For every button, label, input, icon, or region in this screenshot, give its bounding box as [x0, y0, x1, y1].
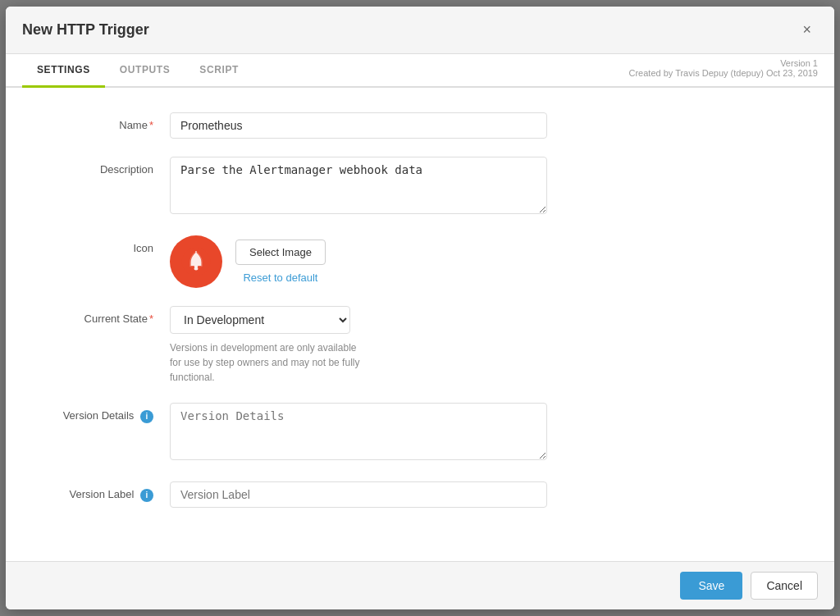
tab-outputs[interactable]: OUTPUTS	[105, 54, 185, 88]
svg-point-2	[194, 267, 198, 271]
name-input[interactable]	[170, 112, 547, 139]
icon-row: Icon	[39, 235, 801, 288]
name-row: Name*	[39, 112, 801, 139]
version-details-field	[170, 403, 547, 463]
description-label: Description	[39, 157, 170, 176]
cancel-button[interactable]: Cancel	[751, 572, 818, 600]
tab-script[interactable]: SCRIPT	[185, 54, 253, 88]
modal: New HTTP Trigger × SETTINGS OUTPUTS SCRI…	[6, 7, 834, 609]
current-state-field: In Development Active Inactive Deprecate…	[170, 306, 547, 385]
tabs-left: SETTINGS OUTPUTS SCRIPT	[22, 54, 253, 86]
select-image-button[interactable]: Select Image	[235, 240, 326, 265]
icon-section: Select Image Reset to default	[170, 235, 547, 288]
form-content: Name* Description Parse the Alertmanager…	[6, 88, 834, 561]
description-input[interactable]: Parse the Alertmanager webhook data	[170, 157, 547, 214]
version-details-label: Version Details i	[39, 403, 170, 423]
version-details-row: Version Details i	[39, 403, 801, 463]
version-label-input[interactable]	[170, 481, 547, 508]
modal-body: SETTINGS OUTPUTS SCRIPT Version 1 Create…	[6, 54, 834, 561]
save-button[interactable]: Save	[680, 572, 742, 600]
close-button[interactable]: ×	[796, 18, 818, 42]
current-state-row: Current State* In Development Active Ina…	[39, 306, 801, 385]
version-label-row: Version Label i	[39, 481, 801, 508]
version-label-field	[170, 481, 547, 508]
description-field: Parse the Alertmanager webhook data	[170, 157, 547, 217]
current-state-label: Current State*	[39, 306, 170, 325]
version-details-info-icon[interactable]: i	[140, 410, 153, 423]
icon-field: Select Image Reset to default	[170, 235, 547, 288]
version-info: Version 1 Created by Travis Depuy (tdepu…	[628, 58, 818, 86]
prometheus-icon-svg	[181, 247, 211, 276]
icon-label: Icon	[39, 235, 170, 254]
version-details-input[interactable]	[170, 403, 547, 460]
modal-footer: Save Cancel	[6, 561, 834, 609]
tab-settings[interactable]: SETTINGS	[22, 54, 105, 88]
version-label-label: Version Label i	[39, 481, 170, 502]
modal-overlay: New HTTP Trigger × SETTINGS OUTPUTS SCRI…	[0, 0, 840, 616]
name-label: Name*	[39, 112, 170, 131]
state-hint: Versions in development are only availab…	[170, 340, 367, 385]
icon-preview	[170, 235, 222, 288]
current-state-select[interactable]: In Development Active Inactive Deprecate…	[170, 306, 350, 334]
modal-header: New HTTP Trigger ×	[6, 7, 834, 54]
name-field	[170, 112, 547, 139]
version-label-info-icon[interactable]: i	[140, 489, 153, 502]
reset-to-default-button[interactable]: Reset to default	[235, 271, 326, 284]
tabs-bar: SETTINGS OUTPUTS SCRIPT Version 1 Create…	[6, 54, 834, 88]
modal-title: New HTTP Trigger	[22, 21, 149, 39]
description-row: Description Parse the Alertmanager webho…	[39, 157, 801, 217]
icon-actions: Select Image Reset to default	[235, 240, 326, 284]
